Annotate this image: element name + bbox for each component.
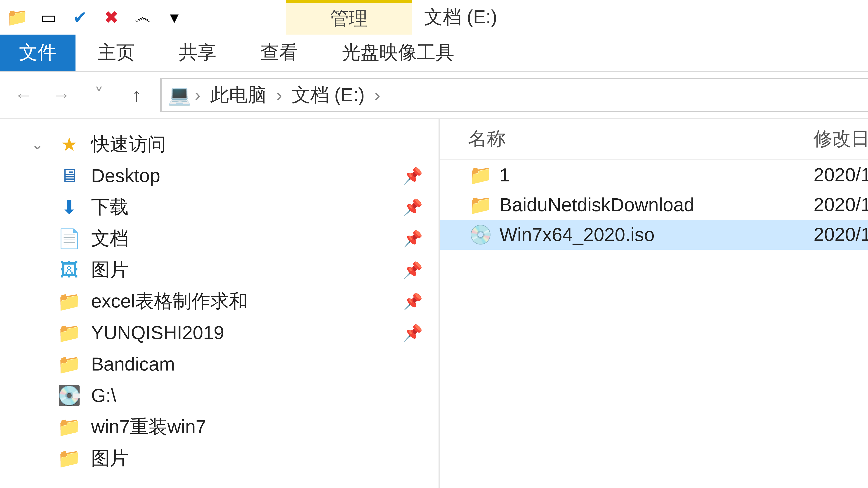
tree-desktop[interactable]: 🖥Desktop📌 bbox=[0, 160, 438, 192]
file-row-selected[interactable]: 💿Win7x64_2020.iso 2020/12/25, 星期五 1... 光… bbox=[440, 220, 868, 250]
breadcrumb[interactable]: 💻 › 此电脑 › 文档 (E:) › bbox=[160, 78, 868, 112]
pin-icon: 📌 bbox=[403, 198, 423, 217]
col-name[interactable]: 名称 bbox=[440, 126, 801, 152]
tree-item[interactable]: 📁Bandicam bbox=[0, 349, 438, 380]
crumb-loc[interactable]: 文档 (E:) bbox=[285, 83, 371, 108]
column-headers: 名称 修改日期 类型 大小 bbox=[440, 119, 868, 160]
pin-icon: 📌 bbox=[403, 230, 423, 248]
file-row[interactable]: 📁BaiduNetdiskDownload 2020/12/25, 星期五 1.… bbox=[440, 190, 868, 220]
col-date[interactable]: 修改日期 bbox=[801, 126, 868, 152]
folder-icon: 📁 bbox=[468, 164, 493, 186]
ribbon-file[interactable]: 文件 bbox=[0, 35, 75, 71]
titlebar: 📁 ▭ ✔ ✖ ෴ ▾ 管理 文档 (E:) — ▢ ✕ bbox=[0, 0, 868, 35]
tree-item[interactable]: 📁win7重装win7 bbox=[0, 411, 438, 443]
file-list: 名称 修改日期 类型 大小 📁1 2020/12/15, 星期二 1... 文件… bbox=[440, 119, 868, 488]
nav-up-icon[interactable]: ↑ bbox=[123, 84, 151, 106]
nav-back-icon[interactable]: ← bbox=[9, 84, 38, 106]
ribbon-share[interactable]: 共享 bbox=[157, 35, 239, 71]
qat-undo-icon[interactable]: ෴ bbox=[129, 3, 157, 31]
address-bar: ← → ˅ ↑ 💻 › 此电脑 › 文档 (E:) › ˅ ↻ 搜索"文档 (E… bbox=[0, 72, 868, 119]
iso-icon: 💿 bbox=[468, 224, 493, 246]
qat-delete-icon[interactable]: ✖ bbox=[97, 3, 126, 31]
tree-item[interactable]: 📁excel表格制作求和📌 bbox=[0, 286, 438, 317]
tree-item[interactable]: 💽G:\ bbox=[0, 380, 438, 412]
chevron-right-icon[interactable]: › bbox=[276, 84, 282, 106]
crumb-pc[interactable]: 此电脑 bbox=[204, 83, 273, 108]
chevron-right-icon[interactable]: › bbox=[374, 84, 380, 106]
folder-icon: 📁 bbox=[468, 194, 493, 216]
pin-icon: 📌 bbox=[403, 261, 423, 279]
tree-item[interactable]: 📁YUNQISHI2019📌 bbox=[0, 317, 438, 349]
app-icon: 📁 bbox=[3, 3, 31, 31]
window-title: 文档 (E:) bbox=[424, 0, 497, 35]
pc-icon: 💻 bbox=[168, 84, 191, 106]
tree-item[interactable]: 📁图片 bbox=[0, 443, 438, 474]
nav-tree: ⌄★快速访问 🖥Desktop📌 ⬇下载📌 📄文档📌 🖼图片📌 📁excel表格… bbox=[0, 119, 440, 488]
qat-props-icon[interactable]: ▭ bbox=[35, 3, 63, 31]
nav-history-icon[interactable]: ˅ bbox=[85, 84, 113, 106]
tree-downloads[interactable]: ⬇下载📌 bbox=[0, 192, 438, 223]
ribbon-disc-tools[interactable]: 光盘映像工具 bbox=[320, 35, 476, 71]
pin-icon: 📌 bbox=[403, 324, 423, 342]
file-row[interactable]: 📁1 2020/12/15, 星期二 1... 文件夹 bbox=[440, 160, 868, 190]
pin-icon: 📌 bbox=[403, 167, 423, 185]
qat-new-folder-icon[interactable]: ✔ bbox=[66, 3, 94, 31]
tree-quick-access[interactable]: ⌄★快速访问 bbox=[0, 129, 438, 160]
pin-icon: 📌 bbox=[403, 292, 423, 311]
contextual-tab-caption: 管理 bbox=[286, 0, 412, 35]
ribbon-view[interactable]: 查看 bbox=[239, 35, 320, 71]
chevron-right-icon[interactable]: › bbox=[194, 84, 201, 106]
qat-dropdown-icon[interactable]: ▾ bbox=[160, 3, 188, 31]
tree-pictures[interactable]: 🖼图片📌 bbox=[0, 254, 438, 286]
ribbon-tabs: 文件 主页 共享 查看 光盘映像工具 ˅ ? bbox=[0, 35, 868, 72]
nav-fwd-icon: → bbox=[47, 84, 75, 106]
ribbon-home[interactable]: 主页 bbox=[75, 35, 157, 71]
tree-documents[interactable]: 📄文档📌 bbox=[0, 223, 438, 254]
